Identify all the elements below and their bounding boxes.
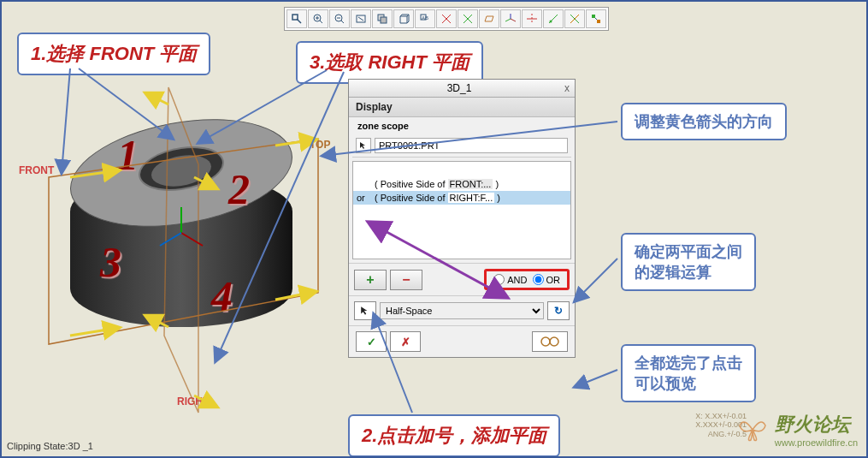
display-section-header: Display bbox=[349, 98, 575, 117]
row-ref: RIGHT:F... bbox=[448, 193, 495, 203]
tool-dim2[interactable] bbox=[458, 9, 478, 28]
svg-line-32 bbox=[70, 329, 113, 336]
tool-refit[interactable] bbox=[351, 9, 371, 28]
svg-line-33 bbox=[275, 293, 310, 300]
list-row[interactable]: ( Positive Side of FRONT:... ) bbox=[353, 177, 570, 191]
callout-logic-line2: 的逻辑运算 bbox=[635, 262, 742, 283]
svg-line-19 bbox=[511, 19, 516, 21]
callout-preview-line1: 全都选完了点击 bbox=[635, 353, 742, 373]
clipping-state-label: Clipping State:3D _1 bbox=[7, 441, 93, 451]
callout-preview-line2: 可以预览 bbox=[635, 373, 742, 394]
callout-yellow-arrows: 调整黄色箭头的方向 bbox=[621, 103, 787, 140]
svg-point-41 bbox=[541, 337, 550, 346]
tool-annotate[interactable]: AB bbox=[415, 9, 435, 28]
top-toolbar: AB bbox=[284, 7, 609, 31]
or-radio[interactable]: OR bbox=[533, 274, 561, 285]
close-icon[interactable]: x bbox=[564, 82, 570, 94]
svg-line-29 bbox=[595, 18, 597, 20]
callout-logic-op: 确定两平面之间 的逻辑运算 bbox=[621, 233, 756, 291]
preview-button[interactable] bbox=[532, 331, 568, 352]
zone-scope-header: zone scope bbox=[352, 117, 571, 134]
row-side: Positive Side of bbox=[381, 193, 446, 203]
callout-step-1: 1.选择 FRONT 平面 bbox=[17, 33, 210, 75]
callout-logic-line1: 确定两平面之间 bbox=[635, 241, 742, 262]
svg-line-36 bbox=[151, 318, 168, 327]
svg-point-42 bbox=[550, 337, 558, 346]
row-open: ( bbox=[375, 193, 378, 203]
tool-axis[interactable] bbox=[522, 9, 542, 28]
svg-line-34 bbox=[151, 96, 168, 104]
svg-line-35 bbox=[194, 177, 211, 186]
list-row[interactable]: or ( Positive Side of RIGHT:F... ) bbox=[353, 191, 570, 205]
row-open: ( bbox=[375, 179, 378, 189]
svg-line-30 bbox=[70, 171, 113, 177]
callout-step-2: 2.点击加号，添加平面 bbox=[348, 414, 560, 457]
tool-point[interactable] bbox=[564, 9, 585, 28]
callout-step-3: 3.选取 RIGHT 平面 bbox=[296, 41, 483, 84]
svg-rect-27 bbox=[592, 15, 595, 18]
display-dialog: 3D_1 x Display zone scope ( Positive Sid… bbox=[348, 79, 576, 358]
cancel-button[interactable]: ✗ bbox=[390, 331, 421, 352]
tool-curve[interactable] bbox=[543, 9, 564, 28]
tool-dim1[interactable] bbox=[436, 9, 457, 28]
svg-line-37 bbox=[194, 396, 211, 404]
tool-shade[interactable] bbox=[372, 9, 393, 28]
tool-wireframe[interactable] bbox=[393, 9, 414, 28]
dialog-title-text: 3D_1 bbox=[354, 82, 564, 94]
svg-line-31 bbox=[275, 140, 310, 146]
svg-line-40 bbox=[160, 233, 181, 246]
svg-line-5 bbox=[320, 21, 322, 23]
svg-text:AB: AB bbox=[422, 15, 428, 21]
tool-zoom-fit[interactable] bbox=[286, 9, 307, 28]
tool-csys[interactable] bbox=[500, 9, 521, 28]
zone-list[interactable]: ( Positive Side of FRONT:... ) or ( Posi… bbox=[352, 161, 571, 259]
and-radio[interactable]: AND bbox=[493, 274, 527, 285]
flip-direction-button[interactable]: ↻ bbox=[547, 301, 570, 320]
watermark-url: www.proewildfire.cn bbox=[775, 437, 858, 448]
svg-line-50 bbox=[575, 370, 617, 387]
row-close: ) bbox=[495, 179, 499, 189]
watermark: 野火论坛 www.proewildfire.cn bbox=[735, 412, 858, 448]
svg-point-24 bbox=[550, 21, 552, 23]
callout-preview: 全都选完了点击 可以预览 bbox=[621, 344, 756, 402]
tool-plane[interactable] bbox=[479, 9, 499, 28]
svg-line-20 bbox=[505, 19, 511, 21]
logic-op-group: AND OR bbox=[484, 269, 570, 290]
butterfly-icon bbox=[735, 413, 770, 447]
row-close: ) bbox=[497, 193, 500, 203]
remove-plane-button[interactable]: − bbox=[390, 270, 422, 290]
scope-input[interactable] bbox=[375, 138, 568, 153]
svg-line-39 bbox=[181, 233, 203, 246]
row-ref: FRONT:... bbox=[448, 179, 493, 189]
watermark-title: 野火论坛 bbox=[775, 412, 858, 437]
svg-rect-28 bbox=[597, 20, 600, 23]
app-frame: AB 1.选择 FRONT 平面 3.选取 RIGHT 平面 调整黄色箭头的方向… bbox=[0, 0, 868, 458]
tool-network[interactable] bbox=[586, 9, 606, 28]
row-side: Positive Side of bbox=[381, 179, 446, 189]
dialog-titlebar[interactable]: 3D_1 x bbox=[349, 80, 575, 98]
3d-viewport[interactable]: 1 2 3 4 FRONT TOP RIGHT bbox=[19, 79, 361, 421]
tool-zoom-in[interactable] bbox=[308, 9, 328, 28]
datum-planes-overlay bbox=[19, 79, 361, 421]
svg-line-1 bbox=[297, 19, 301, 23]
svg-line-49 bbox=[575, 259, 617, 301]
halfspace-select[interactable]: Half-Space bbox=[380, 302, 544, 319]
svg-rect-11 bbox=[381, 17, 387, 23]
svg-line-8 bbox=[341, 21, 344, 23]
tool-zoom-out[interactable] bbox=[329, 9, 350, 28]
